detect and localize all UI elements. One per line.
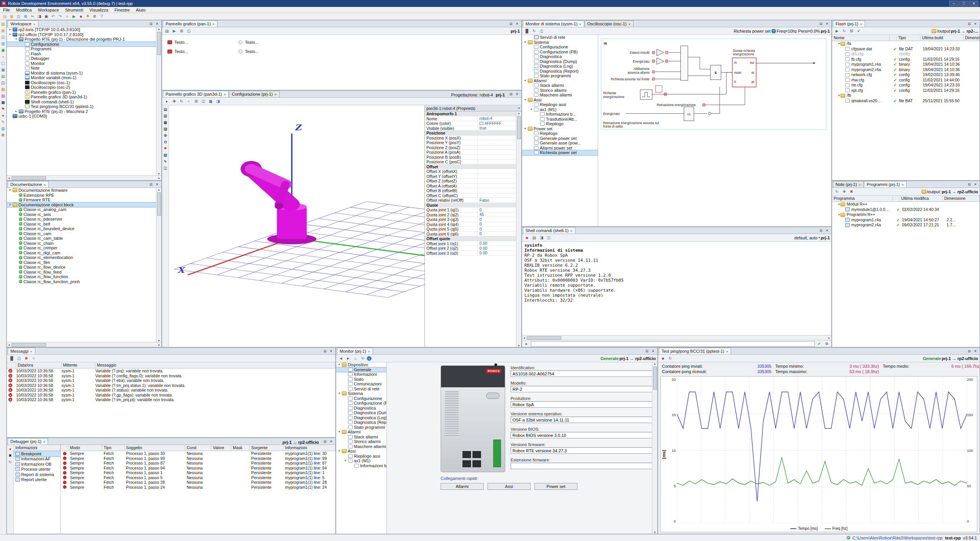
tree-item[interactable]: Informazioni b...: [522, 112, 598, 117]
tree-item[interactable]: Sistema: [522, 40, 598, 45]
wireframe-button[interactable]: ▧: [162, 152, 169, 158]
close-tab-icon[interactable]: [902, 182, 904, 187]
tab-messaggi[interactable]: Messaggi: [8, 348, 35, 354]
tree-item[interactable]: Generale: [336, 367, 386, 372]
axes-toggle-button[interactable]: ⚑: [162, 145, 169, 152]
property-row[interactable]: Quota joint 3 (qj3) 0: [425, 217, 521, 222]
tree-item[interactable]: Generale power set: [522, 136, 598, 141]
expander-icon[interactable]: [8, 188, 12, 193]
tree-item[interactable]: rp2-loris [TCP/IP 10.0.45.3:8100]: [7, 27, 161, 32]
file-row[interactable]: /fa: [832, 41, 980, 46]
property-row[interactable]: Quota joint 4 (qj4) 0: [425, 222, 521, 227]
expander-icon[interactable]: [15, 37, 18, 41]
property-value[interactable]: Falso: [478, 198, 521, 202]
tree-item[interactable]: Classe rc_axis: [7, 212, 161, 217]
breakpoint-icon[interactable]: [63, 471, 66, 475]
property-value[interactable]: [478, 164, 521, 169]
file-row[interactable]: rte.cfg config 19/04/2021 14:23:33: [832, 83, 980, 88]
tab-workspace[interactable]: Workspace: [8, 20, 38, 27]
breakpoint-icon[interactable]: [63, 476, 66, 479]
measure-button[interactable]: ✎: [162, 158, 169, 165]
tree-item[interactable]: Maschere allarmi: [522, 93, 598, 98]
quick-link-button[interactable]: Power set: [534, 483, 577, 490]
message-row[interactable]: 10/03/2022 10:36:58 sysm-1 Variabile (?.…: [7, 373, 335, 378]
expander-icon[interactable]: [530, 107, 533, 112]
program-row[interactable]: Moduli R++: [832, 202, 980, 207]
chevron-down-icon[interactable]: ▾: [518, 106, 520, 110]
tab-test-pingpong[interactable]: Test ping/pong BCC/31 (pptest-1): [659, 348, 731, 354]
property-row[interactable]: Offset Z (offsetZ): [425, 179, 521, 184]
tree-item[interactable]: Riepilogo assi: [522, 102, 598, 107]
tree-item[interactable]: rp2-ufficio [TCP/IP 10.0.17.2:8100]: [7, 32, 161, 37]
tree-item[interactable]: Estensione RPE: [7, 193, 161, 198]
save-button[interactable]: ◫: [15, 13, 22, 20]
submit-command-icon[interactable]: ✔: [816, 341, 822, 347]
tree-item[interactable]: Pannello grafico 3D (pan3d-1): [7, 95, 161, 100]
float-panel-button[interactable]: [818, 228, 824, 233]
tree-item[interactable]: ax1 (M1): [522, 107, 598, 112]
property-row[interactable]: Nome robot-4: [425, 116, 521, 121]
property-row[interactable]: Posizione: [425, 131, 521, 136]
property-row[interactable]: Antropomorfo 1: [425, 111, 521, 116]
tree-item[interactable]: Servizi di rete: [522, 35, 598, 40]
help-button[interactable]: ?: [98, 13, 105, 20]
expander-icon[interactable]: [15, 109, 18, 114]
file-row[interactable]: qmakeall-vs20... file BAT 25/11/2021 15:…: [832, 98, 980, 104]
tree-item[interactable]: Configurazione: [7, 42, 161, 47]
tree-item[interactable]: Classe rc_cam: [7, 231, 161, 236]
message-row[interactable]: 10/03/2022 10:36:58 sysm-1 Variabile (?.…: [7, 397, 335, 402]
shell-console[interactable]: sysinfoInformazioni di sistemaRP-2 da Ro…: [522, 242, 831, 335]
debugger-view-item[interactable]: Informazioni OB: [14, 461, 60, 467]
file-row[interactable]: myprogram2.r4a binary 19/04/2021 14:10:3…: [832, 67, 980, 73]
expander-icon[interactable]: [8, 27, 12, 32]
tree-item[interactable]: Power set: [522, 126, 598, 131]
shell-command-input[interactable]: [531, 341, 815, 347]
open-project-icon[interactable]: ▦: [0, 27, 7, 34]
debugger-icon[interactable]: ●: [0, 112, 7, 119]
tree-item[interactable]: Diagnostica: [522, 54, 598, 59]
property-value[interactable]: [478, 140, 521, 145]
paste-button[interactable]: ▣: [43, 13, 50, 20]
expander-icon[interactable]: [338, 449, 341, 453]
property-value[interactable]: [478, 131, 521, 135]
home-button[interactable]: ⌂: [352, 355, 359, 362]
view-iso-button[interactable]: ▨: [162, 126, 169, 132]
float-panel-button[interactable]: [508, 92, 514, 97]
tree-item[interactable]: Progetto RTE (prj-3) - Macchina 2: [7, 109, 161, 114]
tree-item[interactable]: Allarmi power set: [522, 146, 598, 151]
tree-item[interactable]: Configurazione (FB): [336, 401, 386, 406]
find-button[interactable]: ○: [64, 13, 70, 20]
undo-button[interactable]: ↶: [50, 13, 56, 20]
tab-documentazione[interactable]: Documentazione: [8, 181, 49, 188]
fit-view-button[interactable]: ⊞: [193, 98, 199, 105]
program-row[interactable]: Programmi R++: [832, 212, 980, 217]
tree-item[interactable]: Firmware RTE: [7, 197, 161, 202]
menu-item[interactable]: Strumenti: [62, 7, 86, 13]
expander-icon[interactable]: [338, 430, 341, 434]
close-tab-icon[interactable]: [860, 22, 862, 26]
tree-item[interactable]: Maschere allarmi: [336, 444, 386, 449]
message-row[interactable]: 10/03/2022 10:36:58 sysm-1 Variabile (?.…: [7, 388, 335, 393]
menu-item[interactable]: Visualizza: [86, 7, 111, 13]
refresh-button[interactable]: ↻: [360, 355, 366, 362]
redo-button[interactable]: ↷: [57, 13, 63, 20]
tab-oscilloscopio[interactable]: Oscilloscopio (osc-1): [585, 20, 633, 27]
quick-link-button[interactable]: Allarmi: [441, 483, 484, 490]
tree-item[interactable]: Documentazione firmware: [7, 188, 161, 193]
maximize-button[interactable]: □: [959, 1, 968, 6]
breakpoint-row[interactable]: Sempre Fetch Processo 1, passo 94 Nessun…: [61, 466, 335, 471]
expander-icon[interactable]: [837, 202, 841, 207]
quick-link-button[interactable]: Assi: [488, 483, 531, 490]
close-tab-icon[interactable]: [726, 349, 728, 353]
find-icon[interactable]: ○: [0, 53, 7, 60]
file-row[interactable]: network.cfg config 19/02/2021 13:39:46: [832, 72, 980, 78]
float-panel-button[interactable]: [322, 439, 328, 444]
property-row[interactable]: Posizione C (posC): [425, 159, 521, 164]
tree-item[interactable]: Classe rc_film: [7, 260, 161, 265]
pause-monitor-button[interactable]: ▐▌: [524, 28, 530, 34]
upload-button[interactable]: ⊞: [848, 28, 855, 34]
message-row[interactable]: 10/03/2022 10:36:58 sysm-1 Variabile (?.…: [7, 393, 335, 398]
property-value[interactable]: 0: [478, 232, 521, 236]
tree-item[interactable]: Pannello grafico (pan-1): [7, 90, 161, 95]
settings-button[interactable]: ⚙: [91, 13, 98, 20]
